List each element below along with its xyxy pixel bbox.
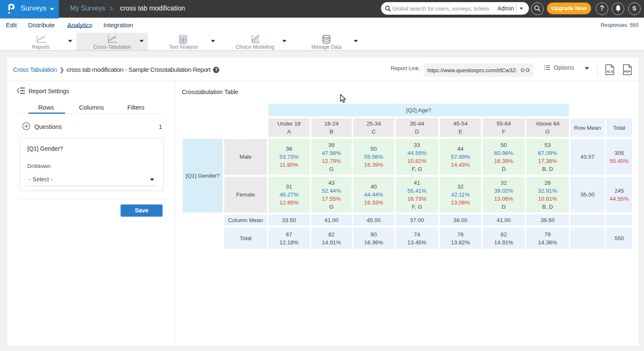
svg-text:PDF: PDF bbox=[624, 70, 631, 73]
svg-text:XLS: XLS bbox=[607, 70, 613, 73]
